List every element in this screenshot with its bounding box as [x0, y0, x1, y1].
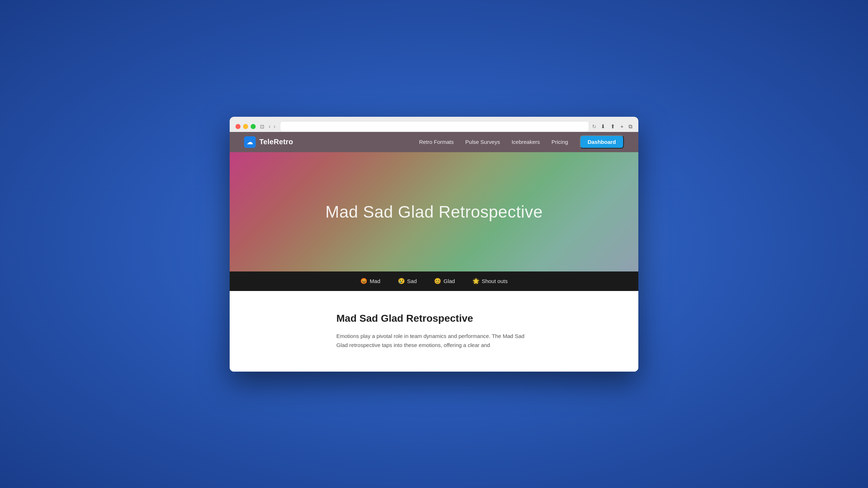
address-bar-row: ↻ — [280, 121, 597, 132]
shoutouts-emoji: 🌟 — [472, 278, 480, 284]
forward-button[interactable]: › — [273, 123, 275, 130]
content-description: Emotions play a pivotal role in team dyn… — [336, 331, 532, 350]
tab-glad-label: Glad — [443, 278, 455, 284]
traffic-lights — [235, 124, 256, 129]
tab-shout-outs[interactable]: 🌟 Shout outs — [472, 278, 508, 284]
tab-bar: 😡 Mad 😢 Sad 😊 Glad 🌟 Shout outs — [230, 271, 638, 291]
tab-sad-label: Sad — [407, 278, 417, 284]
hero-title: Mad Sad Glad Retrospective — [325, 202, 542, 222]
site-nav: ☁ TeleRetro Retro Formats Pulse Surveys … — [230, 132, 638, 152]
logo-text: TeleRetro — [259, 138, 293, 146]
browser-titlebar: ⊡ ‹ › ↻ ⬇ ⬆ + ⧉ — [235, 121, 633, 132]
browser-window: ⊡ ‹ › ↻ ⬇ ⬆ + ⧉ ☁ — [230, 117, 638, 372]
nav-buttons: ‹ › — [269, 123, 276, 130]
tab-mad-label: Mad — [370, 278, 380, 284]
minimize-button[interactable] — [243, 124, 248, 129]
tab-mad[interactable]: 😡 Mad — [360, 278, 380, 284]
glad-emoji: 😊 — [434, 278, 441, 284]
tab-sad[interactable]: 😢 Sad — [398, 278, 417, 284]
tab-glad[interactable]: 😊 Glad — [434, 278, 455, 284]
address-bar[interactable] — [280, 121, 590, 132]
nav-pricing[interactable]: Pricing — [552, 139, 568, 145]
content-title: Mad Sad Glad Retrospective — [336, 313, 532, 324]
dashboard-button[interactable]: Dashboard — [580, 135, 624, 149]
hero-section: Mad Sad Glad Retrospective — [230, 152, 638, 271]
reload-button[interactable]: ↻ — [592, 124, 596, 129]
close-button[interactable] — [235, 124, 241, 129]
browser-chrome: ⊡ ‹ › ↻ ⬇ ⬆ + ⧉ — [230, 117, 638, 132]
new-tab-icon[interactable]: + — [620, 123, 624, 130]
toolbar-icons: ⬇ ⬆ + ⧉ — [601, 123, 633, 130]
tab-shoutouts-label: Shout outs — [482, 278, 508, 284]
cloud-icon: ☁ — [247, 138, 253, 146]
content-section: Mad Sad Glad Retrospective Emotions play… — [230, 291, 638, 372]
share-icon[interactable]: ⬆ — [610, 123, 615, 130]
logo-area: ☁ TeleRetro — [244, 136, 293, 148]
mad-emoji: 😡 — [360, 278, 367, 284]
nav-links: Retro Formats Pulse Surveys Icebreakers … — [419, 135, 624, 149]
download-icon[interactable]: ⬇ — [601, 123, 605, 130]
content-inner: Mad Sad Glad Retrospective Emotions play… — [322, 313, 546, 350]
back-button[interactable]: ‹ — [269, 123, 271, 130]
copy-icon[interactable]: ⧉ — [629, 123, 633, 130]
sad-emoji: 😢 — [398, 278, 405, 284]
nav-pulse-surveys[interactable]: Pulse Surveys — [465, 139, 500, 145]
page-content: ☁ TeleRetro Retro Formats Pulse Surveys … — [230, 132, 638, 372]
maximize-button[interactable] — [251, 124, 256, 129]
sidebar-toggle-icon[interactable]: ⊡ — [260, 124, 264, 129]
nav-icebreakers[interactable]: Icebreakers — [511, 139, 540, 145]
nav-retro-formats[interactable]: Retro Formats — [419, 139, 454, 145]
logo-icon: ☁ — [244, 136, 256, 148]
